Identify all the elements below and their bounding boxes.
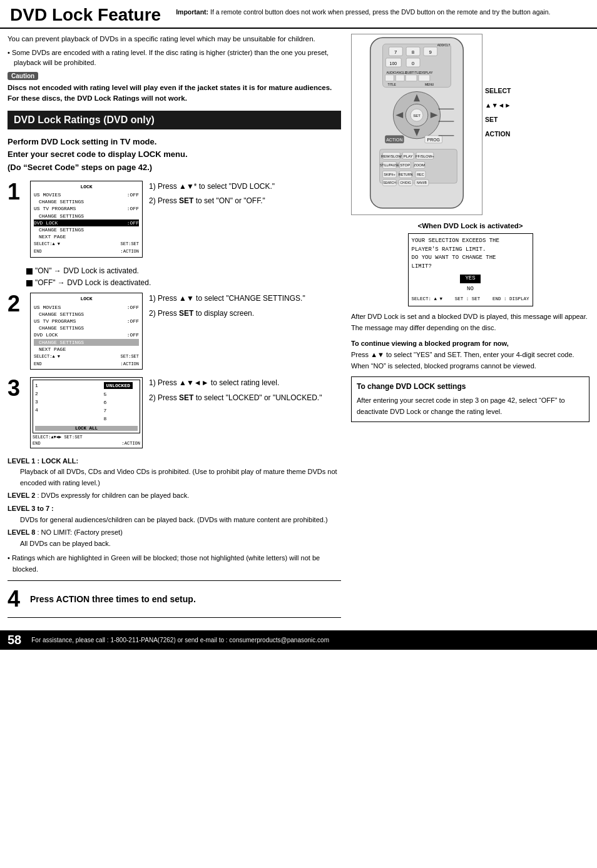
continue-title: To continue viewing a blocked program fo…: [351, 340, 509, 347]
level2-label: LEVEL 2: [8, 492, 35, 499]
svg-text:TITLE: TITLE: [387, 83, 396, 86]
step4: 4 Press ACTION three times to end setup.: [8, 580, 341, 618]
unlocked-label: UNLOCKED: [104, 382, 133, 389]
svg-rect-17: [385, 75, 394, 81]
bullet-square: [26, 280, 33, 286]
continue-box: To continue viewing a blocked program fo…: [351, 338, 589, 371]
perform-line1: Perform DVD Lock setting in TV mode.: [8, 136, 341, 149]
svg-text:SET: SET: [413, 114, 421, 118]
svg-rect-18: [395, 75, 404, 81]
screen-row: NEXT PAGE: [34, 233, 139, 240]
change-box-title: To change DVD LOCK settings: [357, 381, 584, 393]
svg-rect-19: [406, 75, 417, 81]
level3to7-item: LEVEL 3 to 7 : DVDs for general audience…: [8, 503, 341, 525]
step1: 1 LOCK US MOVIES:OFF CHANGE SETTINGS US …: [8, 181, 341, 258]
svg-text:9: 9: [429, 49, 432, 55]
instruction-line: 2) Press SET to set "ON" or "OFF.": [149, 195, 341, 207]
intro-bullet: • Some DVDs are encoded with a rating le…: [8, 48, 341, 68]
step1-content: LOCK US MOVIES:OFF CHANGE SETTINGS US TV…: [30, 181, 341, 258]
instruction-line: 2) Press SET to display screen.: [149, 308, 341, 320]
svg-text:PROG: PROG: [427, 138, 440, 142]
svg-text:PLAY: PLAY: [404, 154, 413, 158]
step2-content: LOCK US MOVIES:OFF CHANGE SETTINGS US TV…: [30, 293, 341, 370]
important-label: Important:: [176, 8, 210, 16]
no-option: NO: [412, 285, 529, 294]
set-label: SET: [485, 113, 589, 127]
screen-row: CHANGE SETTINGS: [34, 213, 139, 220]
instruction-line: 1) Press ▲▼* to select "DVD LOCK.": [149, 181, 341, 193]
page-title: DVD Lock Feature: [10, 5, 161, 25]
screen-row: CHANGE SETTINGS: [34, 311, 139, 318]
svg-text:MENU: MENU: [425, 83, 434, 86]
svg-text:ZOOM: ZOOM: [414, 163, 425, 167]
remote-side-labels: SELECT ▲▼◄► SET ACTION: [482, 34, 589, 141]
svg-text:RETURN: RETURN: [399, 173, 413, 176]
svg-text:REC: REC: [417, 173, 424, 176]
step1-screen-title: LOCK: [34, 183, 139, 190]
level2-desc: DVDs expressly for children can be playe…: [41, 492, 190, 499]
perform-line2: Enter your secret code to display LOCK m…: [8, 148, 341, 161]
note-line: "OFF" → DVD Lock is deactivated.: [26, 277, 341, 289]
screen-footer: SELECT:▲ ▼SET:SET: [34, 241, 139, 248]
step1-instructions: 1) Press ▲▼* to select "DVD LOCK." 2) Pr…: [149, 181, 341, 258]
svg-text:CH/DIG: CH/DIG: [401, 181, 411, 184]
svg-text:FF/SLOW+: FF/SLOW+: [416, 154, 434, 158]
svg-text:STILL/PAUSE: STILL/PAUSE: [380, 164, 400, 167]
level8-item: LEVEL 8 : NO LIMIT: (Factory preset) All…: [8, 527, 341, 549]
step3-inner: 1234 UNLOCKED 5678 LOCK ALL: [33, 380, 140, 433]
bullet-square: [26, 268, 33, 275]
caution-text: Discs not encoded with rating level will…: [8, 83, 341, 104]
instruction-line: 1) Press ▲▼ to select "CHANGE SETTINGS.": [149, 293, 341, 305]
section-header: DVD Lock Ratings (DVD only): [8, 111, 341, 129]
step3-content: 1234 UNLOCKED 5678 LOCK ALL: [30, 377, 341, 448]
activation-text: YOUR SELECTION EXCEEDS THEPLAYER'S RATIN…: [412, 237, 529, 271]
level1-label: LEVEL 1 : LOCK ALL:: [8, 457, 78, 465]
step3-instructions: 1) Press ▲▼◄► to select rating level. 2)…: [149, 377, 341, 448]
step3-screen: 1234 UNLOCKED 5678 LOCK ALL: [30, 377, 143, 448]
svg-text:100: 100: [390, 61, 397, 66]
step2-screen: LOCK US MOVIES:OFF CHANGE SETTINGS US TV…: [30, 293, 143, 370]
screen-row: US MOVIES:OFF: [34, 304, 139, 311]
lock-all-row: LOCK ALL: [35, 426, 138, 431]
screen-row: CHANGE SETTINGS: [34, 226, 139, 233]
level1-item: LEVEL 1 : LOCK ALL: Playback of all DVDs…: [8, 456, 341, 489]
level3to7-desc: DVDs for general audiences/children can …: [8, 515, 341, 526]
step3-number: 3: [8, 377, 26, 400]
step3-footer2: END:ACTION: [33, 441, 140, 446]
step1-number: 1: [8, 181, 26, 203]
screen-row-highlighted: DVD LOCK:OFF: [34, 220, 139, 226]
page-number: 58: [8, 633, 21, 647]
change-box: To change DVD LOCK settings After enteri…: [351, 376, 589, 421]
svg-text:NAVI/B: NAVI/B: [417, 181, 427, 184]
screen-row: US TV PROGRAMS:OFF: [34, 205, 139, 212]
activation-footer: SELECT: ▲ ▼ SET : SET END : DISPLAY: [412, 296, 529, 303]
remote-image: 7 8 9 ADD/CLT 100 0 AUDIO: [351, 34, 482, 217]
perform-text: Perform DVD Lock setting in TV mode. Ent…: [8, 136, 341, 174]
level8-desc: All DVDs can be played back.: [8, 538, 341, 550]
level1-desc: Playback of all DVDs, CDs and Video CDs …: [8, 467, 341, 488]
step2-number: 2: [8, 293, 26, 315]
svg-text:DISPLAY: DISPLAY: [420, 71, 433, 74]
screen-footer2: END:ACTION: [34, 249, 139, 255]
screen-row: NEXT PAGE: [34, 346, 139, 353]
action-label: ACTION: [485, 127, 589, 141]
svg-text:8: 8: [412, 49, 415, 55]
svg-text:AUDIO: AUDIO: [386, 71, 396, 74]
step1-notes: "ON" → DVD Lock is activated. "OFF" → DV…: [26, 265, 341, 289]
activation-screen: YOUR SELECTION EXCEEDS THEPLAYER'S RATIN…: [408, 233, 533, 306]
screen-row: US TV PROGRAMS:OFF: [34, 318, 139, 325]
continue-text: Press ▲▼ to select “YES” and SET. Then, …: [351, 351, 574, 370]
screen-footer: SELECT:▲ ▼SET:SET: [34, 354, 139, 360]
level3to7-label: LEVEL 3 to 7 :: [8, 505, 54, 512]
after-text: After DVD Lock is set and a blocked DVD …: [351, 311, 589, 333]
svg-text:ACTION: ACTION: [386, 138, 402, 142]
select-label: SELECT: [485, 84, 589, 98]
when-activated-title: <When DVD Lock is activated>: [351, 222, 589, 230]
svg-text:ADD/CLT: ADD/CLT: [437, 44, 451, 47]
caution-label: Caution: [8, 72, 38, 80]
screen-row: DVD LOCK:OFF: [34, 331, 139, 338]
screen-row: CHANGE SETTINGS: [34, 325, 139, 331]
note-text: "ON" → DVD Lock is activated.: [35, 265, 139, 277]
screen-footer2: END:ACTION: [34, 361, 139, 368]
svg-text:SUBTITLE: SUBTITLE: [406, 71, 421, 74]
